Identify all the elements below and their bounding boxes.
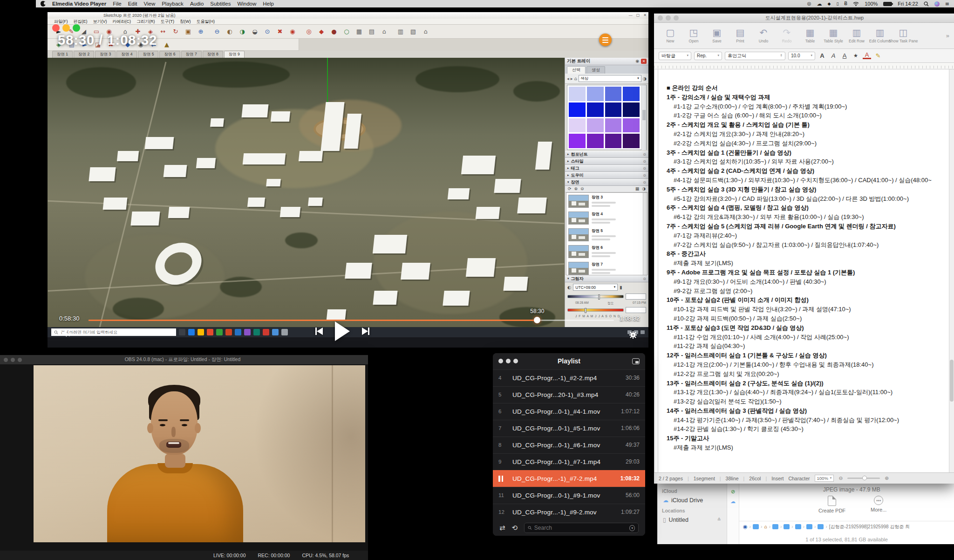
- color-swatch[interactable]: [587, 118, 604, 133]
- webcam-preview[interactable]: [34, 365, 365, 542]
- timezone-dropdown[interactable]: UTC+09:00▾: [573, 284, 618, 291]
- toolbar-icon[interactable]: ◒: [249, 27, 260, 37]
- scene-tab[interactable]: 장면 4: [116, 51, 137, 58]
- hwp-scrollbar[interactable]: [949, 69, 954, 472]
- previous-button[interactable]: [315, 328, 323, 335]
- hwp-toolbar-button[interactable]: ▥ Edit Row: [845, 28, 868, 43]
- hwp-toolbar-button[interactable]: ▦ Table Style: [822, 28, 845, 43]
- apple-menu-icon[interactable]: [41, 1, 46, 7]
- color-swatch[interactable]: [569, 87, 586, 101]
- menubar-menu[interactable]: Window: [237, 1, 256, 7]
- zoom-in-button[interactable]: ⊕: [885, 476, 889, 481]
- taskbar-app-icon[interactable]: [188, 329, 195, 335]
- repeat-icon[interactable]: ⟲: [512, 525, 518, 532]
- shadow-detail-icon[interactable]: ▮: [620, 285, 622, 290]
- taskbar-app-icon[interactable]: [253, 329, 260, 335]
- toolbar-icon[interactable]: ⊖: [211, 27, 223, 37]
- materials-collection-dropdown[interactable]: 색상▾: [579, 75, 641, 82]
- taskbar-app-icon[interactable]: [207, 329, 213, 335]
- materials-tab[interactable]: 생성: [586, 66, 605, 74]
- notification-center-icon[interactable]: ≡: [945, 1, 949, 7]
- playlist-row[interactable]: 10 UD_CG-Progr...-1)_#7-2.mp4 1:08:32: [493, 470, 645, 487]
- bold-button[interactable]: A: [818, 52, 826, 59]
- zoom-slider[interactable]: [847, 478, 880, 479]
- scene-tab[interactable]: 장면 5: [138, 51, 158, 58]
- toolbar-icon[interactable]: ▲: [161, 40, 172, 50]
- menubar-menu[interactable]: File: [113, 1, 122, 7]
- menubar-menu[interactable]: Playback: [162, 1, 184, 7]
- toolbar-icon[interactable]: ◉: [287, 27, 298, 37]
- status-insert-mode[interactable]: Insert: [771, 476, 784, 481]
- hwp-toolbar-button[interactable]: ▦ Table: [798, 28, 822, 43]
- sketchup-menu[interactable]: 파일(F): [54, 19, 68, 25]
- bookmark-status-icon[interactable]: ◆: [827, 2, 831, 6]
- menubar-clock[interactable]: Fri 14:22: [898, 1, 918, 7]
- scene-remove-icon[interactable]: ⊖: [580, 187, 584, 191]
- playlist-row[interactable]: 4 UD_CG-Progr...-1)_#2-2.mp4 30:36: [493, 369, 645, 386]
- hwp-toolbar-button[interactable]: ▣ Save: [705, 28, 729, 43]
- scene-list-item[interactable]: 장면 6: [566, 243, 647, 260]
- scene-list-item[interactable]: 장면 5: [566, 226, 647, 243]
- hwp-toolbar-button[interactable]: ◳ Open: [682, 28, 705, 43]
- display-status-icon[interactable]: ▯: [836, 2, 838, 6]
- taskbar-app-icon[interactable]: [281, 329, 288, 335]
- scene-list-item[interactable]: 장면 3: [566, 193, 647, 210]
- playlist-search-input[interactable]: [534, 525, 627, 531]
- time-slider[interactable]: [567, 295, 624, 298]
- scene-tab[interactable]: 장면 2: [74, 51, 94, 58]
- taskbar-app-icon[interactable]: [216, 329, 223, 335]
- windows-window-controls[interactable]: —▢✕: [629, 13, 647, 17]
- taskbar-app-icon[interactable]: [272, 329, 279, 335]
- more-button[interactable]: ••• More...: [871, 496, 886, 513]
- hwp-toolbar-button[interactable]: ↷ Redo: [775, 28, 798, 43]
- scene-view-icon[interactable]: ▦: [635, 187, 640, 191]
- color-swatch[interactable]: [605, 118, 622, 133]
- toolbar-icon[interactable]: ◎: [303, 27, 314, 37]
- menubar-menu[interactable]: Edit: [128, 1, 137, 7]
- menubar-menu[interactable]: Subtitles: [210, 1, 231, 7]
- date-slider[interactable]: [567, 308, 624, 312]
- create-pdf-button[interactable]: Create PDF: [818, 496, 845, 513]
- shuffle-icon[interactable]: ⇄: [499, 525, 505, 532]
- obs-window-controls[interactable]: [4, 358, 22, 362]
- scene-tab[interactable]: 장면 8: [203, 51, 223, 58]
- color-swatch[interactable]: [623, 118, 640, 133]
- seek-scrubber[interactable]: [534, 317, 540, 323]
- sketchup-menu[interactable]: 카메라(C): [113, 19, 131, 25]
- hwp-document-area[interactable]: ■ 온라인 강의 순서1주 - 강의소개 / 실습 및 재택수업 과제#1-1강…: [654, 69, 954, 472]
- playlist-row[interactable]: 6 UD_CG-Progr...0-1)_#4-1.mov 1:07:12: [493, 403, 645, 420]
- color-swatch[interactable]: [605, 134, 622, 148]
- toolbar-icon[interactable]: ⊕: [195, 27, 206, 37]
- osd-menu-button[interactable]: [599, 34, 612, 46]
- taskbar-app-icon[interactable]: [225, 329, 232, 335]
- tray-section-header[interactable]: ▸도우미 ⊙: [565, 172, 648, 179]
- cloud-status-icon[interactable]: ☁: [817, 1, 822, 7]
- toolbar-icon[interactable]: ○: [341, 27, 352, 37]
- color-swatch[interactable]: [587, 102, 604, 117]
- date-value-box[interactable]: [626, 307, 646, 313]
- toolbar-icon[interactable]: ✖: [274, 27, 286, 37]
- sketchup-menu[interactable]: 그리기(R): [136, 19, 155, 25]
- color-swatch[interactable]: [569, 102, 586, 117]
- finder-path-bar[interactable]: ◉› › ⌂› › › › › › [김형준-21925998]21925998…: [739, 521, 954, 532]
- siri-icon[interactable]: [934, 1, 940, 7]
- playlist-search-field[interactable]: ▾: [524, 523, 639, 533]
- sketchup-viewport[interactable]: [48, 58, 565, 337]
- forward-arrow-icon[interactable]: ▸: [571, 76, 573, 81]
- font-size-dropdown[interactable]: 10.0▾: [788, 52, 815, 60]
- taskbar-app-icon[interactable]: [235, 329, 241, 335]
- playlist-row[interactable]: 9 UD_CG-Progr...0-1)_#7-1.mp4 29:03: [493, 453, 645, 470]
- home-icon[interactable]: ⌂: [574, 76, 577, 81]
- toolbar-icon[interactable]: ▦: [354, 27, 365, 37]
- playlist-row[interactable]: 11 UD_CG-Progr...0-1)_#9-1.mov 56:00: [493, 487, 645, 504]
- time-value-box[interactable]: [626, 294, 646, 300]
- scene-add-icon[interactable]: ⊕: [574, 187, 578, 191]
- tray-pin-icon[interactable]: ◉: [635, 59, 639, 63]
- sidebar-item-icloud-drive[interactable]: ☁ iCloud Drive: [662, 496, 722, 505]
- playlist-row[interactable]: 12 UD_CG-Progr...-1)_#9-2.mov 1:09:27: [493, 504, 645, 520]
- color-swatch[interactable]: [569, 118, 586, 133]
- toolbar-icon[interactable]: ▥: [395, 27, 406, 37]
- scene-tab[interactable]: 장면 1: [52, 51, 73, 58]
- taskbar-app-icon[interactable]: [179, 329, 185, 335]
- scene-tab[interactable]: 장면 9: [224, 51, 245, 58]
